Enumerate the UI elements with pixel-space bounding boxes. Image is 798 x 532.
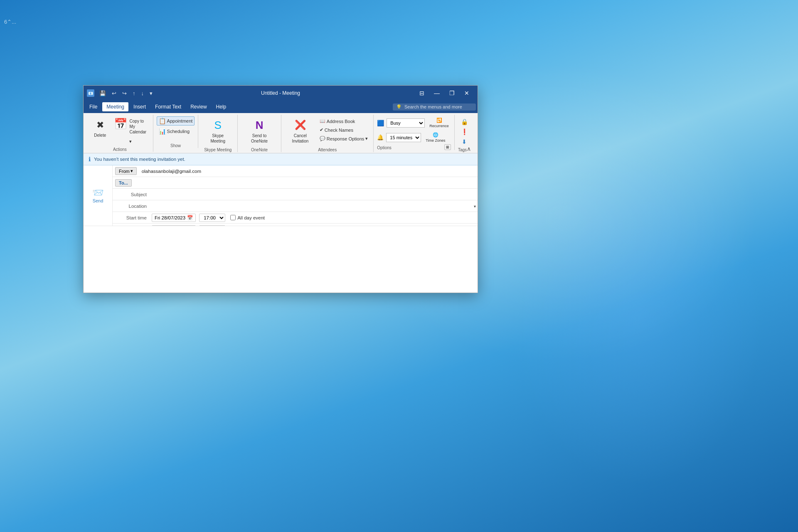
delete-icon: ✖ bbox=[94, 118, 107, 132]
actions-label: Actions bbox=[113, 145, 127, 152]
start-date-picker[interactable]: Fri 28/07/2023 📅 bbox=[152, 214, 196, 222]
ribbon-search-box[interactable]: 💡 Search the menus and more bbox=[393, 103, 476, 111]
skype-icon: S bbox=[211, 118, 224, 132]
onenote-content: N Send to OneNote bbox=[241, 115, 278, 146]
reminder-row: 🔔 15 minutes 0 minutes 5 minutes 30 minu… bbox=[377, 131, 451, 144]
to-input[interactable] bbox=[134, 179, 478, 187]
send-column[interactable]: 📨 Send bbox=[84, 165, 113, 226]
menu-review[interactable]: Review bbox=[186, 102, 211, 111]
menu-meeting[interactable]: Meeting bbox=[102, 102, 128, 111]
reminder-select[interactable]: 15 minutes 0 minutes 5 minutes 30 minute… bbox=[386, 133, 421, 142]
meeting-body-textarea[interactable] bbox=[87, 229, 474, 290]
undo-button[interactable]: ↩ bbox=[110, 89, 118, 97]
options-label: Options bbox=[377, 144, 391, 150]
subject-input[interactable] bbox=[150, 191, 478, 198]
copy-calendar-icon: 📅 bbox=[114, 118, 127, 129]
title-bar: 📧 💾 ↩ ↪ ↑ ↓ ▾ Untitled - Meeting ⊟ — ❐ ✕ bbox=[84, 86, 478, 101]
check-names-icon: ✔ bbox=[320, 127, 323, 133]
start-time-row: Start time Fri 28/07/2023 📅 17:00 17:30 … bbox=[113, 212, 478, 224]
copy-calendar-group: 📅 Copy to MyCalendar ▾ bbox=[112, 116, 150, 145]
recurrence-button[interactable]: 🔁 Recurrence bbox=[427, 116, 451, 129]
start-time-label: Start time bbox=[113, 214, 150, 222]
from-email: olahassanbolaji@gmail.com bbox=[139, 167, 478, 175]
search-icon: 💡 bbox=[396, 104, 402, 110]
scheduling-icon: 📊 bbox=[159, 128, 166, 135]
appointment-button[interactable]: 📋 Appointment bbox=[157, 116, 195, 126]
to-row: To... bbox=[113, 177, 478, 189]
copy-to-calendar-button[interactable]: 📅 Copy to MyCalendar bbox=[112, 116, 150, 137]
time-zones-button[interactable]: 🌐 Time Zones bbox=[424, 131, 447, 144]
options-settings: 🟦 Busy Free Tentative Out of Office 🔁 Re… bbox=[377, 116, 451, 144]
close-button[interactable]: ✕ bbox=[459, 86, 474, 101]
menu-format-text[interactable]: Format Text bbox=[151, 102, 185, 111]
ribbon-group-attendees: ❌ Cancel Invitation 📖 Address Book ✔ Che… bbox=[281, 115, 374, 152]
response-options-button[interactable]: 💬 Response Options ▾ bbox=[318, 135, 370, 143]
ribbon: ✖ Delete 📅 Copy to MyCalendar ▾ Actions bbox=[84, 113, 478, 153]
attendees-label: Attendees bbox=[318, 146, 337, 152]
all-day-label[interactable]: All day event bbox=[230, 215, 265, 220]
tags-label: Tags bbox=[458, 146, 467, 152]
form-and-body: 📨 Send From ▾ olahassanbolaji@gmail.com … bbox=[84, 165, 478, 226]
start-date-value: Fri 28/07/2023 bbox=[155, 215, 185, 220]
info-message: You haven't sent this meeting invitation… bbox=[94, 157, 185, 162]
from-dropdown-icon: ▾ bbox=[131, 168, 133, 174]
low-importance-icon[interactable]: ⬇ bbox=[461, 138, 468, 145]
to-label: To... bbox=[119, 180, 128, 185]
delete-button[interactable]: ✖ Delete bbox=[90, 116, 110, 140]
cancel-invitation-button[interactable]: ❌ Cancel Invitation bbox=[285, 116, 316, 146]
address-book-button[interactable]: 📖 Address Book bbox=[318, 117, 370, 125]
bell-icon: 🔔 bbox=[377, 134, 384, 140]
ribbon-group-show: 📋 Appointment 📊 Scheduling Show bbox=[153, 115, 199, 148]
all-day-checkbox[interactable] bbox=[230, 215, 236, 220]
options-footer: Options ⊞ bbox=[377, 144, 451, 150]
lock-icon[interactable]: 🔒 bbox=[461, 118, 468, 126]
subject-row: Subject bbox=[113, 189, 478, 200]
onenote-button[interactable]: N Send to OneNote bbox=[241, 116, 278, 146]
actions-content: ✖ Delete 📅 Copy to MyCalendar ▾ bbox=[90, 115, 150, 145]
meeting-body-area[interactable] bbox=[84, 226, 478, 293]
actions-more-button[interactable]: ▾ bbox=[127, 138, 134, 145]
minimize-button[interactable]: — bbox=[429, 86, 444, 101]
tags-content: 🔒 ❗ ⬇ bbox=[461, 115, 468, 145]
address-book-icon: 📖 bbox=[320, 118, 325, 124]
outlook-icon: 📧 bbox=[87, 89, 94, 97]
subject-label: Subject bbox=[113, 190, 150, 199]
window-controls: ⊟ — ❐ ✕ bbox=[414, 86, 474, 101]
location-dropdown-button[interactable]: ▾ bbox=[474, 204, 476, 208]
menu-help[interactable]: Help bbox=[212, 102, 231, 111]
menu-insert[interactable]: Insert bbox=[129, 102, 150, 111]
location-row: Location ▾ bbox=[113, 200, 478, 212]
show-as-select[interactable]: Busy Free Tentative Out of Office bbox=[387, 118, 425, 128]
skype-content: S Skype Meeting bbox=[202, 115, 234, 146]
down-button[interactable]: ↓ bbox=[140, 89, 146, 97]
quick-save-toolbar: 💾 ↩ ↪ ↑ ↓ ▾ bbox=[98, 89, 154, 97]
redo-button[interactable]: ↪ bbox=[121, 89, 128, 97]
menu-file[interactable]: File bbox=[85, 102, 101, 111]
scheduling-button[interactable]: 📊 Scheduling bbox=[157, 127, 192, 136]
show-label: Show bbox=[170, 142, 181, 148]
save-button[interactable]: 💾 bbox=[98, 89, 108, 97]
ribbon-group-actions: ✖ Delete 📅 Copy to MyCalendar ▾ Actions bbox=[87, 115, 153, 152]
onenote-label: OneNote bbox=[251, 146, 268, 152]
high-importance-icon[interactable]: ❗ bbox=[461, 128, 468, 135]
show-as-icon: 🟦 bbox=[377, 120, 384, 126]
to-button[interactable]: To... bbox=[115, 179, 132, 187]
ribbon-collapse-button[interactable]: ∧ bbox=[467, 145, 471, 152]
window-title: Untitled - Meeting bbox=[261, 90, 300, 96]
start-time-select[interactable]: 17:00 17:30 18:00 bbox=[199, 214, 225, 222]
up-button[interactable]: ↑ bbox=[131, 89, 137, 97]
appointment-icon: 📋 bbox=[159, 118, 166, 124]
send-icon: 📨 bbox=[92, 187, 103, 198]
location-input[interactable] bbox=[150, 202, 478, 210]
skype-meeting-button[interactable]: S Skype Meeting bbox=[202, 116, 234, 146]
outlook-window: 📧 💾 ↩ ↪ ↑ ↓ ▾ Untitled - Meeting ⊟ — ❐ ✕… bbox=[83, 85, 478, 293]
restore-down-button[interactable]: ⊟ bbox=[414, 86, 429, 101]
check-names-button[interactable]: ✔ Check Names bbox=[318, 126, 370, 134]
from-button[interactable]: From ▾ bbox=[115, 167, 137, 175]
more-qs-button[interactable]: ▾ bbox=[148, 89, 154, 97]
location-label: Location bbox=[113, 202, 150, 210]
options-expand-button[interactable]: ⊞ bbox=[444, 144, 451, 150]
actions-more-icon: ▾ bbox=[129, 139, 132, 144]
maximize-button[interactable]: ❐ bbox=[444, 86, 459, 101]
response-options-chevron: ▾ bbox=[365, 136, 368, 141]
